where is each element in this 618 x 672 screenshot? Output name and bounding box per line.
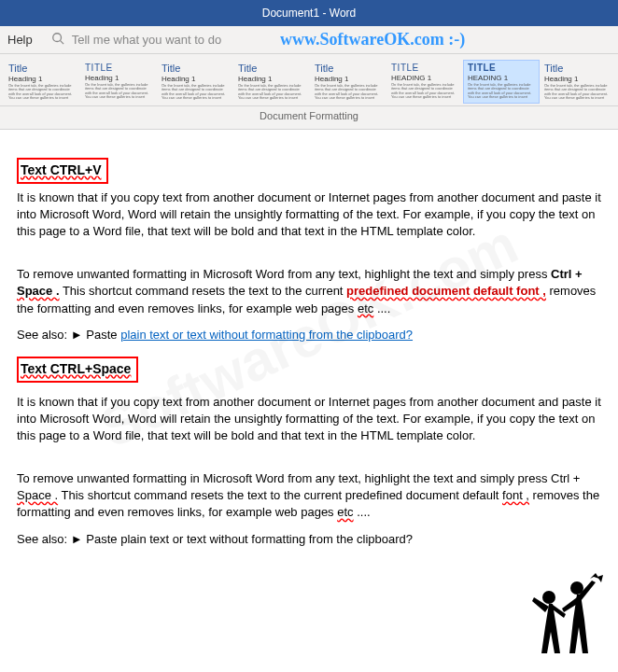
style-preset-1[interactable]: TITLEHeading 1On the Insert tab, the gal… — [80, 60, 157, 104]
text-run-underline: etc — [337, 505, 353, 519]
help-menu[interactable]: Help — [7, 33, 33, 47]
style-body-preview: On the Insert tab, the galleries include… — [162, 84, 229, 101]
style-body-preview: On the Insert tab, the galleries include… — [238, 84, 305, 101]
paste-plain-text-link[interactable]: plain text or text without formatting fr… — [120, 328, 413, 342]
text-run: .... — [373, 301, 390, 315]
svg-line-1 — [60, 41, 63, 45]
style-title: TITLE — [85, 63, 152, 73]
style-body-preview: On the Insert tab, the galleries include… — [8, 84, 76, 101]
style-heading: Heading 1 — [544, 75, 611, 83]
svg-point-2 — [542, 591, 555, 604]
text-run: This shortcut command resets the text to… — [58, 488, 502, 502]
style-body-preview: On the Insert tab, the galleries include… — [85, 83, 152, 100]
gallery-label: Document Formatting — [0, 106, 618, 130]
style-preset-5[interactable]: TITLEHEADING 1On the Insert tab, the gal… — [386, 60, 463, 104]
text-run: .... — [354, 505, 371, 519]
styles-gallery: TitleHeading 1On the Insert tab, the gal… — [0, 54, 618, 106]
heading-1: Text CTRL+V — [21, 162, 101, 177]
title-bar: Document1 - Word — [0, 0, 618, 26]
paragraph-1: It is known that if you copy text from a… — [17, 189, 601, 241]
window-title: Document1 - Word — [262, 7, 356, 20]
style-heading: Heading 1 — [238, 75, 305, 83]
style-body-preview: On the Insert tab, the galleries include… — [468, 83, 535, 100]
text-run: To remove unwanted formatting in Microso… — [17, 267, 551, 281]
watermark-link: www.SoftwareOK.com :-) — [280, 30, 465, 49]
style-body-preview: On the Insert tab, the galleries include… — [315, 84, 382, 101]
text-run-underline: etc — [358, 301, 373, 315]
svg-point-0 — [53, 34, 62, 42]
style-heading: HEADING 1 — [391, 74, 458, 82]
search-icon — [51, 32, 64, 48]
style-title: Title — [162, 63, 229, 74]
paragraph-3: It is known that if you copy text from a… — [17, 394, 601, 445]
style-heading: Heading 1 — [162, 75, 229, 83]
style-preset-0[interactable]: TitleHeading 1On the Insert tab, the gal… — [4, 60, 80, 104]
tell-me-input[interactable]: Tell me what you want to do — [72, 33, 221, 47]
style-heading: Heading 1 — [85, 74, 152, 82]
style-preset-2[interactable]: TitleHeading 1On the Insert tab, the gal… — [157, 60, 233, 104]
style-title: Title — [315, 63, 382, 74]
text-run-underline: font , — [502, 488, 529, 502]
heading-2: Text CTRL+Space — [21, 361, 131, 376]
see-also-1: See also: ► Paste plain text or text wit… — [17, 327, 601, 343]
style-preset-4[interactable]: TitleHeading 1On the Insert tab, the gal… — [310, 60, 386, 104]
style-title: TITLE — [391, 63, 458, 73]
style-title: Title — [544, 63, 611, 74]
text-run-underline: Space . — [17, 488, 58, 502]
paragraph-2: To remove unwanted formatting in Microso… — [17, 266, 601, 317]
paragraph-4: To remove unwanted formatting in Microso… — [17, 470, 601, 522]
style-heading: HEADING 1 — [468, 74, 535, 82]
silhouette-graphic — [523, 571, 607, 665]
style-preset-7[interactable]: TitleHeading 1On the Insert tab, the gal… — [540, 60, 616, 104]
document-area[interactable]: Text CTRL+V It is known that if you copy… — [0, 130, 618, 570]
text-run: This shortcut command resets the text to… — [60, 284, 347, 298]
text-run-bold: Ctrl + — [551, 267, 583, 281]
heading-highlight-2: Text CTRL+Space — [17, 357, 138, 383]
style-heading: Heading 1 — [315, 75, 382, 83]
text-run-underline: Space . — [17, 284, 60, 298]
heading-highlight-1: Text CTRL+V — [17, 158, 108, 184]
style-title: Title — [238, 63, 305, 74]
text-run-red: predefined document default font , — [346, 284, 546, 298]
text-run: To remove unwanted formatting in Microso… — [17, 471, 580, 485]
see-also-2: See also: ► Paste plain text or text wit… — [17, 531, 601, 548]
style-preset-6[interactable]: TITLEHEADING 1On the Insert tab, the gal… — [463, 60, 540, 104]
style-title: Title — [8, 63, 76, 74]
style-preset-3[interactable]: TitleHeading 1On the Insert tab, the gal… — [233, 60, 310, 104]
style-title: TITLE — [468, 63, 535, 73]
style-body-preview: On the Insert tab, the galleries include… — [544, 84, 611, 101]
style-heading: Heading 1 — [8, 75, 76, 83]
text-run: See also: ► Paste — [17, 328, 120, 342]
style-body-preview: On the Insert tab, the galleries include… — [391, 83, 458, 100]
